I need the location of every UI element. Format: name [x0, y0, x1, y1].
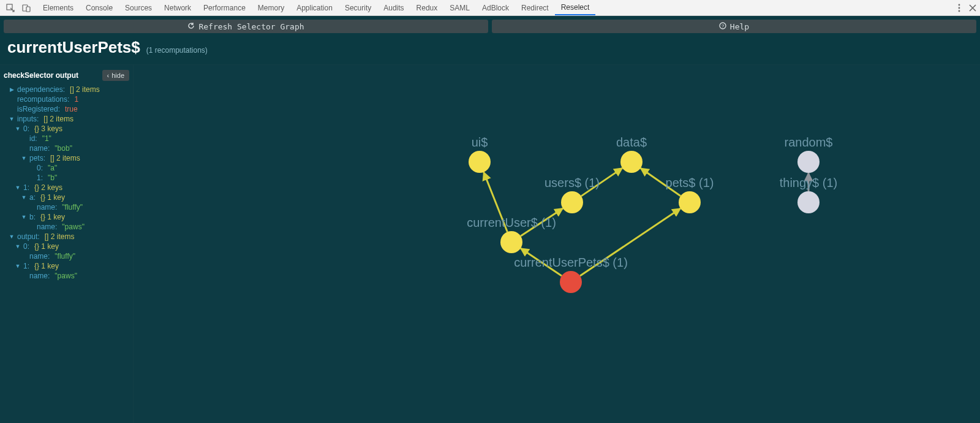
tree-value: "paws" — [55, 271, 77, 281]
devtools-tab-saml[interactable]: SAML — [443, 0, 476, 15]
tree-row[interactable]: ▼inputs:[] 2 items — [4, 114, 129, 124]
devtools-tab-sources[interactable]: Sources — [119, 0, 158, 15]
tree-key: name: — [37, 222, 57, 232]
caret-down-icon[interactable]: ▼ — [15, 183, 21, 192]
tree-key: 0: — [37, 163, 43, 173]
tree-row[interactable]: ▶dependencies:[] 2 items — [4, 85, 129, 94]
graph-node-random[interactable] — [797, 151, 820, 173]
devtools-tab-redirect[interactable]: Redirect — [515, 0, 555, 15]
tree-key: id: — [29, 134, 37, 143]
graph-node-pets[interactable] — [679, 191, 701, 213]
refresh-button[interactable]: Refresh Selector Graph — [4, 20, 488, 33]
tree-key: name: — [29, 271, 50, 281]
kebab-menu-icon[interactable] — [958, 4, 960, 12]
tree-row: name:"bob" — [4, 143, 129, 153]
caret-down-icon[interactable]: ▼ — [15, 242, 21, 251]
tree-row: name:"fluffy" — [4, 251, 129, 261]
graph-node-data[interactable] — [620, 151, 643, 173]
close-devtools-icon[interactable] — [969, 4, 976, 12]
devtools-tab-memory[interactable]: Memory — [252, 0, 290, 15]
devtools-tabstrip: ElementsConsoleSourcesNetworkPerformance… — [0, 0, 980, 16]
tree-row: id:"1" — [4, 134, 129, 143]
tree-key: 0: — [23, 242, 29, 251]
help-label: Help — [730, 22, 749, 31]
tree-value: "1" — [42, 134, 51, 143]
devtools-tab-console[interactable]: Console — [80, 0, 119, 15]
selector-graph[interactable]: ui$data$users$ (1)pets$ (1)currentUser$ … — [134, 65, 980, 423]
tree-row[interactable]: ▼pets:[] 2 items — [4, 153, 129, 163]
graph-node-curUP[interactable] — [560, 271, 582, 293]
help-button[interactable]: ? Help — [492, 20, 976, 33]
graph-edge — [580, 208, 680, 276]
hide-sidebar-button[interactable]: ‹ hide — [102, 70, 129, 81]
devtools-tab-redux[interactable]: Redux — [410, 0, 444, 15]
devtools-tab-audits[interactable]: Audits — [377, 0, 410, 15]
tree-value: {} 1 key — [40, 192, 65, 202]
tree-row[interactable]: ▼a:{} 1 key — [4, 192, 129, 202]
tree-value: {} 2 keys — [34, 183, 62, 192]
caret-down-icon[interactable]: ▼ — [21, 192, 27, 202]
device-toggle-icon[interactable] — [22, 4, 31, 12]
devtools-tab-network[interactable]: Network — [158, 0, 197, 15]
graph-node-curU[interactable] — [500, 231, 522, 253]
svg-rect-2 — [26, 7, 30, 12]
tree-value: "fluffy" — [55, 251, 75, 261]
hide-label: hide — [111, 72, 124, 79]
devtools-tab-elements[interactable]: Elements — [37, 0, 80, 15]
tree-value: {} 1 key — [40, 212, 65, 222]
tree-key: 0: — [23, 124, 29, 134]
devtools-tab-application[interactable]: Application — [290, 0, 339, 15]
tree-key: a: — [29, 192, 36, 202]
help-icon: ? — [719, 22, 726, 31]
page-title: currentUserPets$ — [7, 38, 140, 57]
refresh-icon — [187, 22, 195, 31]
tree-row[interactable]: ▼0:{} 3 keys — [4, 124, 129, 134]
tree-key: name: — [29, 251, 50, 261]
caret-down-icon[interactable]: ▼ — [9, 114, 15, 124]
tree-key: recomputations: — [17, 94, 69, 104]
caret-down-icon[interactable]: ▼ — [21, 153, 27, 163]
graph-edge — [581, 168, 622, 196]
devtools-tab-security[interactable]: Security — [339, 0, 377, 15]
devtools-tab-reselect[interactable]: Reselect — [555, 0, 596, 15]
tree-value: {} 1 key — [34, 242, 59, 251]
page-subtitle: (1 recomputations) — [146, 46, 208, 55]
caret-right-icon[interactable]: ▶ — [9, 85, 15, 94]
tree-value: {} 1 key — [34, 261, 59, 271]
svg-point-5 — [959, 10, 960, 12]
tree-row: recomputations:1 — [4, 94, 129, 104]
tree-value: [] 2 items — [43, 114, 74, 124]
devtools-tab-adblock[interactable]: AdBlock — [476, 0, 515, 15]
graph-node-users[interactable] — [561, 191, 583, 213]
graph-edge — [484, 172, 508, 232]
tree-row[interactable]: ▼b:{} 1 key — [4, 212, 129, 222]
caret-down-icon[interactable]: ▼ — [21, 212, 27, 222]
graph-node-thingy[interactable] — [797, 191, 820, 213]
caret-down-icon[interactable]: ▼ — [9, 232, 15, 242]
inspect-icon[interactable] — [6, 4, 15, 12]
tree-row[interactable]: ▼1:{} 2 keys — [4, 183, 129, 192]
graph-edge — [641, 168, 680, 196]
svg-text:?: ? — [722, 23, 725, 29]
sidebar-title: checkSelector output — [4, 71, 78, 80]
tree-value: [] 2 items — [50, 153, 80, 163]
tree-value: "bob" — [55, 143, 72, 153]
tree-key: dependencies: — [17, 85, 65, 94]
tree-key: output: — [17, 232, 40, 242]
caret-down-icon[interactable]: ▼ — [15, 261, 21, 271]
caret-down-icon[interactable]: ▼ — [15, 124, 21, 134]
graph-edge — [521, 208, 563, 236]
devtools-tab-performance[interactable]: Performance — [197, 0, 252, 15]
tree-row: 1:"b" — [4, 173, 129, 183]
svg-point-4 — [959, 7, 960, 9]
devtools-tabs: ElementsConsoleSourcesNetworkPerformance… — [37, 0, 595, 15]
tree-row[interactable]: ▼output:[] 2 items — [4, 232, 129, 242]
tree-value: "a" — [48, 163, 57, 173]
graph-node-ui[interactable] — [469, 151, 491, 173]
tree-key: inputs: — [17, 114, 39, 124]
object-tree: ▶dependencies:[] 2 itemsrecomputations:1… — [4, 85, 129, 281]
tree-row[interactable]: ▼0:{} 1 key — [4, 242, 129, 251]
tree-row: 0:"a" — [4, 163, 129, 173]
tree-key: 1: — [37, 173, 43, 183]
tree-row[interactable]: ▼1:{} 1 key — [4, 261, 129, 271]
